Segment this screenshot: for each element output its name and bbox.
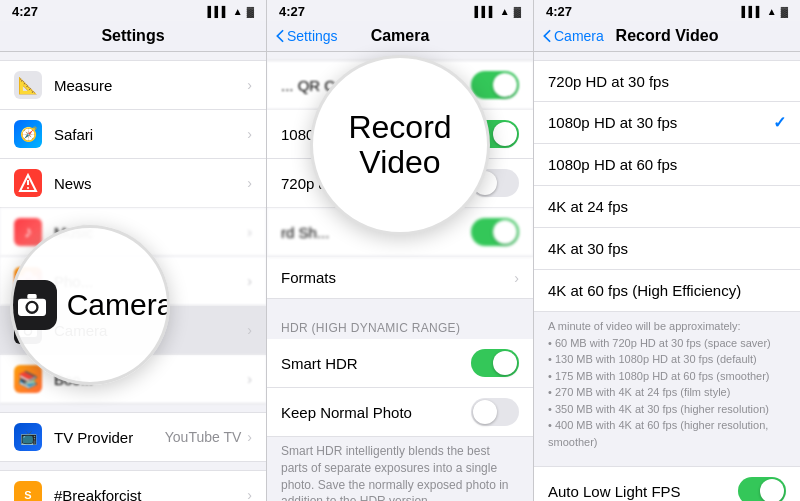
tv-label: TV Provider: [54, 429, 165, 446]
status-bar-1: 4:27 ▌▌▌ ▲ ▓: [0, 0, 266, 21]
record-nav-back[interactable]: Camera: [542, 28, 604, 44]
books-icon: 📚: [14, 365, 42, 393]
safari-icon: 🧭: [14, 120, 42, 148]
status-bar-3: 4:27 ▌▌▌ ▲ ▓: [534, 0, 800, 21]
record-nav-title: Record Video: [616, 27, 719, 45]
svg-rect-8: [27, 294, 36, 299]
wifi-icon: ▲: [233, 6, 243, 17]
auto-low-light-group: Auto Low Light FPS: [534, 466, 800, 501]
tv-icon: 📺: [14, 423, 42, 451]
nav-bar-3: Camera Record Video: [534, 21, 800, 52]
status-time-1: 4:27: [12, 4, 38, 19]
auto-low-light-label: Auto Low Light FPS: [548, 483, 738, 500]
tv-provider-row[interactable]: 📺 TV Provider YouTube TV ›: [0, 412, 266, 462]
720p-30-row[interactable]: 720p HD at 30 fps: [534, 60, 800, 102]
signal-icon-3: ▌▌▌: [742, 6, 763, 17]
settings-group-apps: S #Breakforcist › A #ymbab › ⊘ 1Blocker …: [0, 470, 266, 501]
svg-point-2: [27, 187, 29, 189]
photos-chevron: ›: [247, 273, 252, 289]
breakforcist-icon: S: [14, 481, 42, 501]
wifi-icon-2: ▲: [500, 6, 510, 17]
wifi-icon-3: ▲: [767, 6, 777, 17]
1080p-60-row[interactable]: 1080p HD at 60 fps: [534, 144, 800, 186]
keep-normal-row[interactable]: Keep Normal Photo: [267, 388, 533, 437]
battery-icon-3: ▓: [781, 6, 788, 17]
smart-hdr-desc: Smart HDR intelligently blends the best …: [267, 437, 533, 501]
status-icons-3: ▌▌▌ ▲ ▓: [742, 6, 788, 17]
news-row[interactable]: News ›: [0, 159, 266, 208]
1080p-60-label: 1080p HD at 60 fps: [548, 156, 786, 173]
settings-group-tv: 📺 TV Provider YouTube TV ›: [0, 412, 266, 462]
panel-record-video: 4:27 ▌▌▌ ▲ ▓ Camera Record Video 720p HD…: [534, 0, 800, 501]
tv-chevron: ›: [247, 429, 252, 445]
formats-row[interactable]: Formats ›: [267, 257, 533, 299]
smart-hdr-row[interactable]: Smart HDR: [267, 339, 533, 388]
magnify-text: RecordVideo: [348, 110, 451, 180]
4k-30-row[interactable]: 4K at 30 fps: [534, 228, 800, 270]
record-video-magnify: RecordVideo: [310, 55, 490, 235]
formats-chevron: ›: [514, 270, 519, 286]
formats-label: Formats: [281, 269, 514, 286]
safari-row[interactable]: 🧭 Safari ›: [0, 110, 266, 159]
circle-camera-icon: [10, 280, 57, 330]
status-bar-2: 4:27 ▌▌▌ ▲ ▓: [267, 0, 533, 21]
measure-row[interactable]: 📐 Measure ›: [0, 60, 266, 110]
camera-chevron: ›: [247, 322, 252, 338]
breakforcist-label: #Breakforcist: [54, 487, 247, 502]
status-icons-2: ▌▌▌ ▲ ▓: [475, 6, 521, 17]
720p-30-label: 720p HD at 30 fps: [548, 73, 786, 90]
panel-camera: 4:27 ▌▌▌ ▲ ▓ Settings Camera RecordVideo…: [267, 0, 534, 501]
signal-icon-2: ▌▌▌: [475, 6, 496, 17]
record-back-label: Camera: [554, 28, 604, 44]
status-time-2: 4:27: [279, 4, 305, 19]
circle-inner: Camera: [10, 280, 170, 330]
4k-30-label: 4K at 30 fps: [548, 240, 786, 257]
battery-icon-2: ▓: [514, 6, 521, 17]
circle-camera-label: Camera: [67, 288, 170, 322]
1080p-30-sel-row[interactable]: 1080p HD at 30 fps ✓: [534, 102, 800, 144]
safari-chevron: ›: [247, 126, 252, 142]
books-chevron: ›: [247, 371, 252, 387]
storage-desc: A minute of video will be approximately:…: [534, 312, 800, 458]
selected-checkmark: ✓: [773, 113, 786, 132]
nav-bar-1: Settings: [0, 21, 266, 52]
hdr-header: HDR (HIGH DYNAMIC RANGE): [267, 307, 533, 339]
settings-group-1: 📐 Measure › 🧭 Safari › News › ♪ Music › …: [0, 60, 266, 404]
4k-24-label: 4K at 24 fps: [548, 198, 786, 215]
camera-nav-title: Camera: [371, 27, 430, 45]
breakforcist-chevron: ›: [247, 487, 252, 501]
4k-24-row[interactable]: 4K at 24 fps: [534, 186, 800, 228]
camera-back-label: Settings: [287, 28, 338, 44]
4k-60-label: 4K at 60 fps (High Efficiency): [548, 282, 786, 299]
status-time-3: 4:27: [546, 4, 572, 19]
keep-normal-label: Keep Normal Photo: [281, 404, 471, 421]
smart-hdr-toggle[interactable]: [471, 349, 519, 377]
news-icon: [14, 169, 42, 197]
news-chevron: ›: [247, 175, 252, 191]
4k-60-row[interactable]: 4K at 60 fps (High Efficiency): [534, 270, 800, 312]
tv-value: YouTube TV: [165, 429, 242, 445]
nav-bar-2: Settings Camera: [267, 21, 533, 52]
keep-normal-toggle[interactable]: [471, 398, 519, 426]
1080p-30-sel-label: 1080p HD at 30 fps: [548, 114, 773, 131]
panel-settings: 4:27 ▌▌▌ ▲ ▓ Settings 📐 Measure › 🧭 Safa…: [0, 0, 267, 501]
auto-low-light-row[interactable]: Auto Low Light FPS: [534, 466, 800, 501]
news-label: News: [54, 175, 247, 192]
hdr-group: HDR (HIGH DYNAMIC RANGE) Smart HDR Keep …: [267, 307, 533, 437]
battery-icon: ▓: [247, 6, 254, 17]
camera-magnify-circle: Camera: [10, 225, 170, 385]
measure-icon: 📐: [14, 71, 42, 99]
camera-nav-back[interactable]: Settings: [275, 28, 338, 44]
music-chevron: ›: [247, 224, 252, 240]
smart-hdr-label: Smart HDR: [281, 355, 471, 372]
rd-sh-toggle[interactable]: [471, 218, 519, 246]
signal-icon: ▌▌▌: [208, 6, 229, 17]
breakforcist-row[interactable]: S #Breakforcist ›: [0, 470, 266, 501]
measure-label: Measure: [54, 77, 247, 94]
safari-label: Safari: [54, 126, 247, 143]
auto-low-light-toggle[interactable]: [738, 477, 786, 501]
video-quality-group: 720p HD at 30 fps 1080p HD at 30 fps ✓ 1…: [534, 60, 800, 312]
scan-qr-toggle[interactable]: [471, 71, 519, 99]
music-icon: ♪: [14, 218, 42, 246]
settings-nav-title: Settings: [101, 27, 164, 45]
